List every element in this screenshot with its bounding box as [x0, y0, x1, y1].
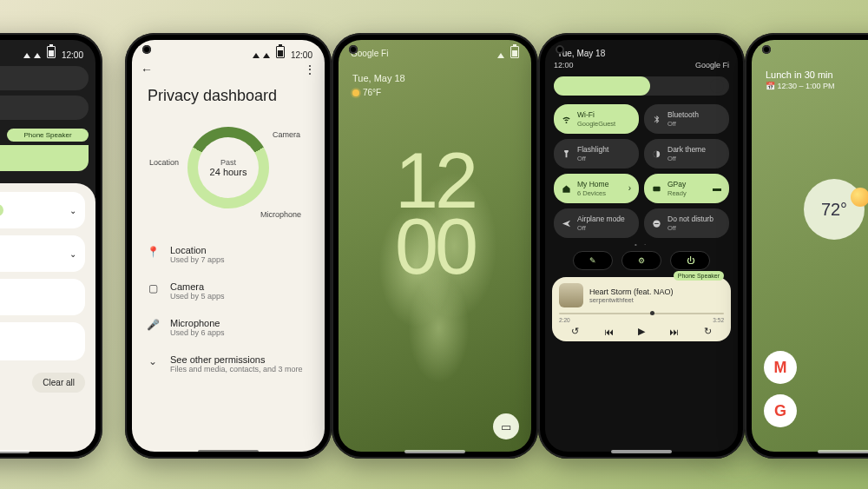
- track-title: Heart Storm (feat. NAO): [589, 287, 674, 296]
- qs-tile-flashlight[interactable]: FlashlightOff: [554, 139, 639, 169]
- qs-tile-gpay[interactable]: GPayReady▬: [644, 174, 729, 203]
- svg-rect-3: [654, 223, 659, 224]
- flashlight-icon: [562, 149, 571, 159]
- airplane-icon: [562, 219, 571, 228]
- status-time: 12:00: [62, 50, 83, 60]
- perm-row-camera[interactable]: ▢CameraUsed by 5 apps: [141, 273, 316, 309]
- bluetooth-icon: [652, 115, 661, 124]
- event-title: Lunch in 30 min: [766, 69, 868, 80]
- showcase-stage: 12:00 Bluetooth Dark theme Phone Speaker…: [0, 0, 868, 489]
- chart-label-camera: Camera: [273, 130, 300, 139]
- qs-time: 12:00: [554, 61, 574, 69]
- gesture-bar[interactable]: [0, 450, 30, 453]
- battery-icon: [47, 46, 56, 58]
- overflow-menu-icon[interactable]: ⋮: [304, 63, 316, 76]
- sun-icon: [352, 89, 359, 96]
- sun-icon: [851, 188, 868, 207]
- location-icon: 📍: [146, 246, 160, 258]
- settings-button[interactable]: ⚙: [621, 251, 661, 270]
- back-button[interactable]: ←: [141, 63, 153, 76]
- auto-brightness-icon[interactable]: [710, 79, 724, 93]
- play-icon[interactable]: ▶: [638, 326, 645, 337]
- qs-tile-airplane[interactable]: Airplane modeOff: [554, 208, 639, 238]
- phone-1: 12:00 Bluetooth Dark theme Phone Speaker…: [0, 33, 102, 459]
- gesture-bar[interactable]: [198, 450, 259, 453]
- signal-icon: [253, 53, 260, 58]
- weather-chip[interactable]: 76°F: [352, 88, 381, 97]
- chevron-down-icon: ⌄: [69, 249, 76, 259]
- qs-tile-dark-theme[interactable]: Dark theme: [0, 96, 89, 120]
- qs-tile-bluetooth[interactable]: BluetoothOff: [644, 104, 729, 134]
- usage-ring-chart: Past24 hours: [187, 127, 269, 208]
- qs-tile-home[interactable]: My Home6 Devices›: [554, 174, 639, 203]
- card-icon: ▬: [713, 183, 721, 195]
- gesture-bar[interactable]: [404, 450, 465, 453]
- gear-icon: ⚙: [638, 256, 645, 265]
- dnd-icon: [652, 219, 661, 228]
- calendar-icon: 📅: [766, 82, 775, 90]
- gesture-bar[interactable]: [818, 450, 868, 453]
- power-button[interactable]: ⏻: [670, 251, 710, 270]
- perm-row-microphone[interactable]: 🎤MicrophoneUsed by 6 apps: [141, 309, 316, 346]
- notification-card[interactable]: [0, 322, 85, 360]
- edit-tiles-button[interactable]: ✎: [573, 251, 613, 270]
- notification-card[interactable]: ⌄: [0, 235, 85, 272]
- dark-theme-icon: [652, 149, 661, 159]
- perm-row-location[interactable]: 📍LocationUsed by 7 apps: [141, 236, 316, 273]
- next-icon[interactable]: ⏭: [669, 327, 679, 337]
- app-gmail[interactable]: M: [764, 351, 797, 384]
- power-icon: ⏻: [687, 256, 694, 265]
- qs-tile-bluetooth[interactable]: Bluetooth: [0, 66, 89, 90]
- qs-tile-dark-theme[interactable]: Dark themeOff: [644, 139, 729, 169]
- rewind-icon[interactable]: ↺: [571, 326, 579, 337]
- signal-icon: [23, 53, 30, 58]
- front-camera: [762, 45, 771, 54]
- notification-card[interactable]: n :0: [0, 279, 85, 315]
- seek-bar[interactable]: [559, 313, 724, 314]
- badge-count: 2: [0, 204, 3, 216]
- qs-tile-wifi[interactable]: Wi-FiGoogleGuest: [554, 104, 639, 134]
- perm-row-other[interactable]: ⌄See other permissionsFiles and media, c…: [141, 346, 316, 382]
- chevron-right-icon: ›: [628, 183, 631, 195]
- qs-tile-dnd[interactable]: Do not disturbOff: [644, 208, 729, 238]
- media-output-chip[interactable]: Phone Speaker: [7, 129, 89, 142]
- time-total: 3:52: [713, 317, 724, 323]
- home-icon: [562, 184, 571, 194]
- at-a-glance[interactable]: Lunch in 30 min 📅 12:30 – 1:00 PM: [766, 69, 868, 90]
- brightness-slider[interactable]: [554, 76, 729, 96]
- chevron-down-icon: ⌄: [69, 206, 76, 215]
- chart-label-microphone: Microphone: [260, 210, 301, 219]
- signal-icon: [497, 53, 504, 58]
- media-output-chip[interactable]: Phone Speaker: [674, 271, 724, 281]
- page-title: Privacy dashboard: [148, 87, 277, 105]
- notification-shade: 2⌄ ⌄ n :0 Clear all: [0, 183, 95, 452]
- media-player-card[interactable]: Phone Speaker Heart Storm (feat. NAO) se…: [552, 277, 731, 341]
- clear-all-button[interactable]: Clear all: [32, 373, 85, 393]
- battery-icon: [276, 46, 285, 58]
- phone-5-home: 12:00 Lunch in 30 min 📅 12:30 – 1:00 PM …: [745, 33, 868, 459]
- date-label: Tue, May 18: [352, 73, 405, 83]
- phone-4-quick-settings: Tue, May 18 12:00Google Fi Wi-FiGoogleGu…: [538, 33, 745, 459]
- pencil-icon: ✎: [589, 256, 596, 265]
- phone-2-privacy-dashboard: 12:00 ← ⋮ Privacy dashboard Past24 hours…: [125, 33, 332, 459]
- qs-carrier: Google Fi: [695, 61, 729, 69]
- page-indicator: • ·: [545, 241, 738, 248]
- media-controls: ⏮ ▶ ⏭: [0, 145, 89, 171]
- chart-label-location: Location: [149, 158, 179, 167]
- lock-clock: 12 00: [339, 149, 531, 280]
- track-artist: serpentwithfeet: [589, 296, 674, 304]
- wifi-icon: [263, 53, 270, 58]
- wallet-button[interactable]: ▭: [493, 413, 519, 439]
- chevron-down-icon: ⌄: [146, 355, 160, 367]
- gesture-bar[interactable]: [611, 450, 672, 453]
- phone-3-lockscreen: Google Fi Tue, May 18 76°F 12 00 ▭: [332, 33, 538, 459]
- front-camera: [142, 45, 151, 54]
- weather-widget[interactable]: 72°: [804, 179, 865, 240]
- app-google[interactable]: G: [764, 394, 797, 427]
- notification-card[interactable]: 2⌄: [0, 192, 85, 228]
- front-camera: [349, 45, 358, 54]
- camera-icon: ▢: [146, 282, 160, 294]
- prev-icon[interactable]: ⏮: [604, 327, 614, 337]
- forward-icon[interactable]: ↻: [704, 326, 712, 337]
- microphone-icon: 🎤: [146, 319, 160, 331]
